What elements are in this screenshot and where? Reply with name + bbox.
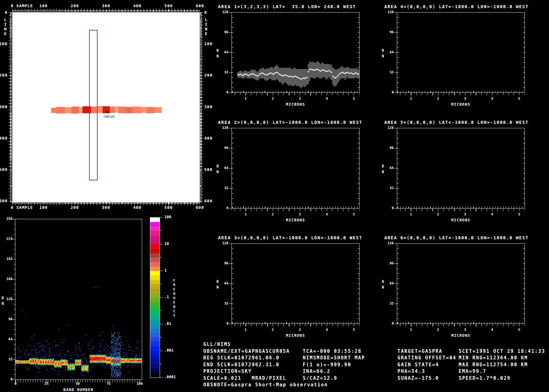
ytick-label: 0	[226, 206, 228, 210]
xtick-label: 1	[410, 328, 412, 332]
yaxis-label: N	[216, 285, 219, 289]
xtick-label: 5	[353, 328, 355, 332]
sample-tick-label: 0	[11, 4, 14, 8]
line-tick-label: 500	[204, 167, 212, 172]
sample-tick-label: 100	[39, 205, 47, 210]
xtick-label: 3	[464, 328, 466, 332]
hist-xtick-label: 0	[14, 382, 17, 386]
colorbar-block	[150, 236, 160, 240]
line-ruler-left	[8, 12, 12, 202]
sample-tick-label: 400	[133, 205, 141, 210]
colorbar-block	[150, 368, 160, 373]
image-canvas[interactable]: CNB180	[12, 12, 200, 202]
ytick-label: 32	[390, 186, 394, 190]
colorbar-axis-label: E	[173, 288, 175, 291]
line-tick-label: 600	[0, 199, 8, 203]
sample-tick-label: 400	[133, 4, 141, 8]
xaxis-label: MICRONS	[451, 103, 470, 107]
sample-tick-label: 0	[11, 205, 14, 210]
hist-ytick-label: 64	[8, 337, 13, 341]
info-text: SCALE=0.021 MRAD/PIXEL	[203, 376, 286, 381]
colorbar-block	[150, 342, 160, 346]
xtick-label: 3	[464, 97, 466, 101]
line-tick-label: 200	[0, 73, 8, 77]
ytick-label: 64	[390, 50, 394, 54]
yaxis-label: D	[216, 280, 219, 284]
line-tick-label: 400	[0, 136, 8, 140]
line-tick-label: 600	[204, 199, 212, 203]
colorbar-block	[150, 284, 160, 289]
yaxis-label: N	[216, 54, 219, 58]
colorbar-block	[150, 289, 160, 293]
colorbar-block	[150, 324, 160, 329]
ytick-label: 128	[387, 10, 394, 14]
info-text: SCET=1991 OCT 29 18:41:33	[459, 349, 545, 354]
ytick-label: 32	[224, 302, 228, 305]
xtick-outer	[397, 93, 525, 95]
xtick-label: 3	[299, 213, 301, 216]
colorbar-block	[150, 347, 160, 351]
xtick-label: 5	[518, 213, 520, 216]
colorbar-block	[150, 315, 160, 320]
streak-segment	[72, 107, 79, 114]
sample-tick-label: 200	[71, 4, 79, 8]
colorbar-block	[150, 267, 160, 271]
streak-segment	[65, 107, 72, 113]
colorbar-axis-label: F	[173, 279, 175, 283]
ytick-major	[394, 128, 397, 209]
colorbar-block	[150, 240, 160, 244]
info-text: GRATING OFFSET=04	[397, 355, 456, 361]
plot-title: AREA 1=(3,2,3,3) LAT= 35.0 LON= 240.0 WE…	[218, 4, 356, 9]
xtick-label: 4	[326, 213, 328, 216]
sample-axis-word: SAMPLE	[16, 4, 33, 8]
yaxis-label: N	[216, 170, 219, 174]
xtick-label: 2	[437, 328, 439, 332]
plot-title: AREA 4=(0,0,0,0) LAT=-1000.0 LON=-1000.0…	[384, 4, 529, 9]
sample-tick-label: 500	[164, 4, 173, 8]
streak-segment	[126, 107, 133, 113]
hist-xtick-label: 25	[45, 382, 49, 386]
info-text: END SCLK=01072962.31.0	[203, 362, 280, 368]
line-tick-label: 200	[204, 73, 212, 77]
xtick-label: 4	[491, 328, 493, 332]
xtick-label: 3	[464, 213, 466, 216]
colorbar-axis-label: Q	[173, 292, 175, 296]
line-axis-word: E	[4, 32, 7, 36]
xtick-label: 1	[245, 213, 247, 216]
plot-title: AREA 6=(0,0,0,0) LAT=-1000.0 LON=-1000.0…	[384, 236, 529, 240]
ytick-minor	[397, 243, 399, 324]
yaxis-label: N	[382, 285, 385, 289]
colorbar-block	[150, 306, 160, 311]
ytick-label: 96	[390, 146, 394, 150]
line-tick-label: 500	[0, 167, 8, 172]
colorbar-block	[150, 320, 160, 324]
line-tick-label: 400	[204, 136, 212, 140]
xtick-label: 1	[245, 328, 247, 332]
colorbar-block	[150, 302, 160, 306]
xtick-label: 1	[410, 97, 412, 101]
xtick-label: 4	[326, 97, 328, 101]
ytick-label: 64	[224, 166, 228, 170]
sample-tick-label: 100	[39, 4, 47, 8]
line-axis-word: I	[4, 22, 7, 27]
ytick-label: 32	[224, 71, 228, 74]
xtick-outer	[397, 209, 525, 211]
selection-box[interactable]	[89, 30, 98, 180]
info-text: OBSNAME/EXT=GAPNGASCUR05A	[203, 349, 290, 354]
colorbar-block	[150, 257, 160, 262]
ytick-label: 96	[224, 30, 228, 34]
colorbar-block	[150, 355, 160, 360]
spectral-plot-frame-area-5	[397, 128, 525, 209]
line-tick-label: 0	[5, 10, 8, 15]
info-text: SUNAZ=-175.0	[397, 376, 439, 381]
ytick-label: 96	[224, 146, 228, 150]
colorbar-axis-label: E	[173, 301, 175, 305]
yaxis-label: N	[382, 170, 385, 174]
streak-segment	[115, 106, 119, 113]
xtick-label: 2	[437, 213, 439, 216]
xtick-outer	[232, 93, 360, 95]
yaxis-label: D	[216, 164, 219, 168]
sample-ruler-top	[12, 8, 200, 12]
colorbar-block	[150, 311, 160, 315]
colorbar-block	[150, 333, 160, 337]
